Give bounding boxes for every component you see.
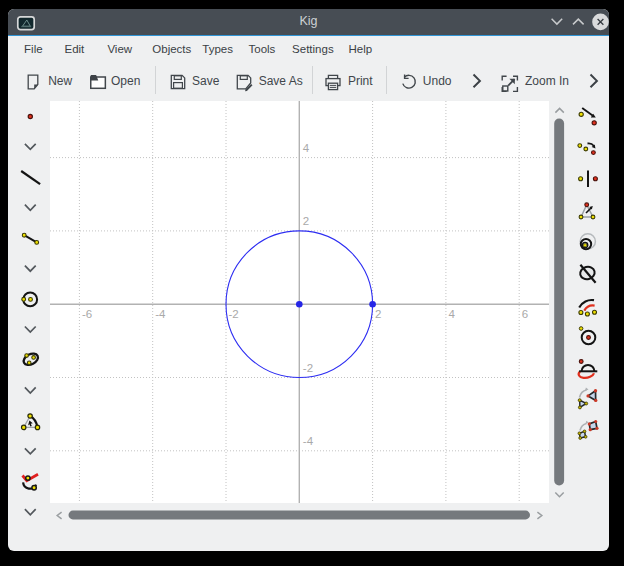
- svg-text:-6: -6: [82, 307, 92, 319]
- svg-text:4: 4: [448, 307, 455, 319]
- svg-text:-2: -2: [303, 362, 313, 374]
- svg-text:4: 4: [303, 142, 310, 154]
- svg-text:-2: -2: [229, 307, 239, 319]
- svg-text:-4: -4: [303, 435, 314, 447]
- svg-text:6: 6: [522, 307, 528, 319]
- svg-text:2: 2: [303, 215, 309, 227]
- svg-text:2: 2: [375, 307, 381, 319]
- svg-text:-4: -4: [155, 307, 166, 319]
